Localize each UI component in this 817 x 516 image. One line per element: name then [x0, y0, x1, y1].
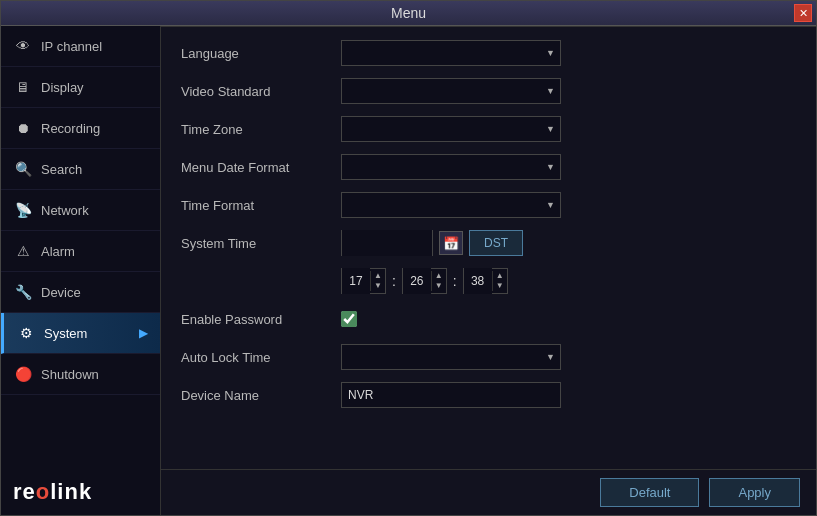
- date-format-select[interactable]: [341, 154, 561, 180]
- language-select[interactable]: [341, 40, 561, 66]
- time-zone-label: Time Zone: [181, 122, 341, 137]
- title-bar: Menu ✕: [1, 1, 816, 26]
- second-input[interactable]: [464, 268, 492, 294]
- default-button[interactable]: Default: [600, 478, 699, 507]
- sidebar-label-recording: Recording: [41, 121, 100, 136]
- second-arrows: ▲ ▼: [492, 271, 507, 290]
- system-time-row: System Time 📅 DST: [181, 229, 796, 257]
- time-format-control: [341, 192, 561, 218]
- time-zone-select-wrap: [341, 116, 561, 142]
- auto-lock-select-wrap: [341, 344, 561, 370]
- date-input-wrap: [341, 230, 433, 256]
- minute-up-arrow[interactable]: ▲: [432, 271, 446, 281]
- content-area: Language Video Standard: [161, 27, 816, 469]
- enable-password-checkbox[interactable]: [341, 311, 357, 327]
- sidebar-item-alarm[interactable]: ⚠Alarm: [1, 231, 160, 272]
- sidebar: 👁IP channel🖥Display⏺Recording🔍Search📡Net…: [1, 26, 161, 515]
- hour-input[interactable]: [342, 268, 370, 294]
- video-standard-control: [341, 78, 561, 104]
- calendar-icon[interactable]: 📅: [439, 231, 463, 255]
- logo-text: reolink: [13, 479, 92, 505]
- device-icon: 🔧: [13, 282, 33, 302]
- alarm-icon: ⚠: [13, 241, 33, 261]
- video-standard-select-wrap: [341, 78, 561, 104]
- close-button[interactable]: ✕: [794, 4, 812, 22]
- sidebar-logo: reolink: [1, 469, 160, 515]
- language-select-wrap: [341, 40, 561, 66]
- device-name-input[interactable]: [341, 382, 561, 408]
- hour-arrows: ▲ ▼: [370, 271, 385, 290]
- footer: Default Apply: [161, 469, 816, 515]
- language-row: Language: [181, 39, 796, 67]
- enable-password-label: Enable Password: [181, 312, 341, 327]
- ip-channel-icon: 👁: [13, 36, 33, 56]
- time-zone-control: [341, 116, 561, 142]
- shutdown-icon: 🔴: [13, 364, 33, 384]
- video-standard-row: Video Standard: [181, 77, 796, 105]
- device-name-control: [341, 382, 561, 408]
- minute-input[interactable]: [403, 268, 431, 294]
- dst-button[interactable]: DST: [469, 230, 523, 256]
- sidebar-label-display: Display: [41, 80, 84, 95]
- minute-arrows: ▲ ▼: [431, 271, 446, 290]
- right-panel: Language Video Standard: [161, 26, 816, 515]
- sidebar-label-search: Search: [41, 162, 82, 177]
- sidebar-arrow-system: ▶: [139, 326, 148, 340]
- time-format-label: Time Format: [181, 198, 341, 213]
- date-format-select-wrap: [341, 154, 561, 180]
- date-format-label: Menu Date Format: [181, 160, 341, 175]
- second-up-arrow[interactable]: ▲: [493, 271, 507, 281]
- second-spinner: ▲ ▼: [463, 268, 508, 294]
- sidebar-item-network[interactable]: 📡Network: [1, 190, 160, 231]
- sidebar-item-shutdown[interactable]: 🔴Shutdown: [1, 354, 160, 395]
- window-title: Menu: [391, 5, 426, 21]
- hour-up-arrow[interactable]: ▲: [371, 271, 385, 281]
- search-icon: 🔍: [13, 159, 33, 179]
- minute-down-arrow[interactable]: ▼: [432, 281, 446, 291]
- hour-down-arrow[interactable]: ▼: [371, 281, 385, 291]
- main-content: 👁IP channel🖥Display⏺Recording🔍Search📡Net…: [1, 26, 816, 515]
- date-input[interactable]: [342, 230, 432, 256]
- device-name-label: Device Name: [181, 388, 341, 403]
- colon-1: :: [392, 273, 396, 289]
- date-format-row: Menu Date Format: [181, 153, 796, 181]
- sidebar-label-network: Network: [41, 203, 89, 218]
- time-spinners-control: ▲ ▼ : ▲ ▼ :: [341, 268, 508, 294]
- hour-spinner: ▲ ▼: [341, 268, 386, 294]
- sidebar-item-recording[interactable]: ⏺Recording: [1, 108, 160, 149]
- system-icon: ⚙: [16, 323, 36, 343]
- time-zone-row: Time Zone: [181, 115, 796, 143]
- minute-spinner: ▲ ▼: [402, 268, 447, 294]
- sidebar-item-search[interactable]: 🔍Search: [1, 149, 160, 190]
- time-zone-select[interactable]: [341, 116, 561, 142]
- date-format-control: [341, 154, 561, 180]
- recording-icon: ⏺: [13, 118, 33, 138]
- time-format-select-wrap: [341, 192, 561, 218]
- time-format-row: Time Format: [181, 191, 796, 219]
- time-spinners-row: ▲ ▼ : ▲ ▼ :: [181, 267, 796, 295]
- language-control: [341, 40, 561, 66]
- main-window: Menu ✕ 👁IP channel🖥Display⏺Recording🔍Sea…: [0, 0, 817, 516]
- sidebar-label-ip-channel: IP channel: [41, 39, 102, 54]
- sidebar-item-ip-channel[interactable]: 👁IP channel: [1, 26, 160, 67]
- sidebar-label-alarm: Alarm: [41, 244, 75, 259]
- enable-password-checkbox-wrap: [341, 311, 357, 327]
- enable-password-row: Enable Password: [181, 305, 796, 333]
- enable-password-control: [341, 311, 357, 327]
- apply-button[interactable]: Apply: [709, 478, 800, 507]
- network-icon: 📡: [13, 200, 33, 220]
- second-down-arrow[interactable]: ▼: [493, 281, 507, 291]
- auto-lock-select[interactable]: [341, 344, 561, 370]
- video-standard-label: Video Standard: [181, 84, 341, 99]
- sidebar-item-device[interactable]: 🔧Device: [1, 272, 160, 313]
- device-name-row: Device Name: [181, 381, 796, 409]
- sidebar-item-system[interactable]: ⚙System▶: [1, 313, 160, 354]
- system-time-control: 📅 DST: [341, 230, 523, 256]
- sidebar-label-shutdown: Shutdown: [41, 367, 99, 382]
- display-icon: 🖥: [13, 77, 33, 97]
- sidebar-label-system: System: [44, 326, 87, 341]
- sidebar-item-display[interactable]: 🖥Display: [1, 67, 160, 108]
- time-format-select[interactable]: [341, 192, 561, 218]
- sidebar-label-device: Device: [41, 285, 81, 300]
- video-standard-select[interactable]: [341, 78, 561, 104]
